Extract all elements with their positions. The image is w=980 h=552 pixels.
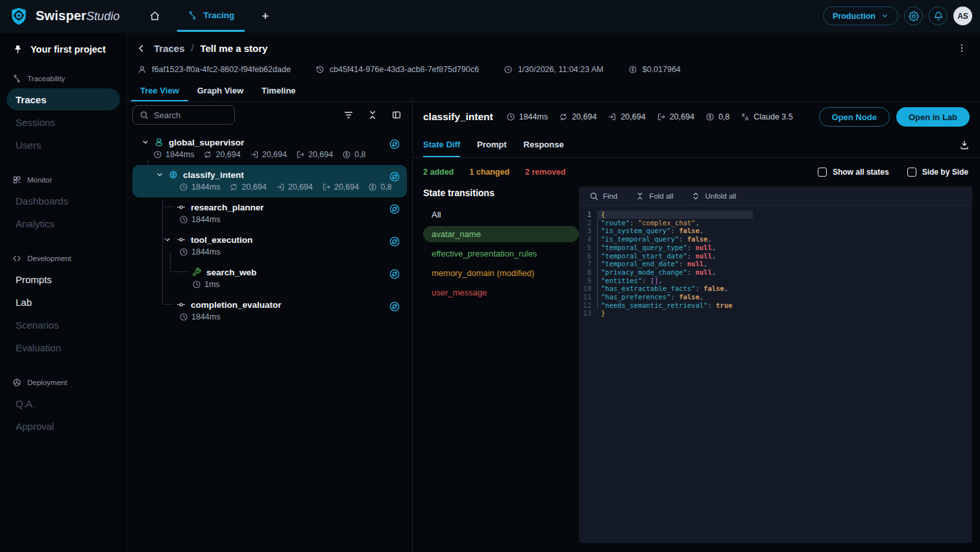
tracing-icon [188,10,197,20]
chevron-down-icon[interactable] [141,138,154,146]
tab-tracing[interactable]: Tracing [177,0,245,32]
sidebar-item-approval[interactable]: Approval [6,415,120,437]
diff-body: State transitions Allavatar_nameeffectiv… [413,182,980,552]
tree-node-tool-execution[interactable]: tool_execution 1844ms [132,230,407,262]
bell-icon [933,11,944,21]
state-transitions-title: State transitions [423,188,579,198]
code-tool-unfold-all[interactable]: Unfold all [691,192,736,201]
brand-suffix: Studio [86,10,119,23]
add-tab-button[interactable]: + [251,9,279,23]
sidebar-item-prompts[interactable]: Prompts [6,268,120,290]
sidebar-item-lab[interactable]: Lab [6,291,120,313]
back-icon[interactable] [136,44,146,53]
top-nav: Tracing + [141,0,279,32]
sidebar-item-analytics[interactable]: Analytics [6,212,120,234]
sidebar-section-monitor: Monitor DashboardsAnalytics [6,175,120,234]
search-icon [589,192,598,201]
sidebar-item-users[interactable]: Users [6,134,120,156]
breadcrumb-parent[interactable]: Traces [154,43,185,54]
code-tool-find[interactable]: Find [589,192,617,201]
app-logo-icon [9,6,29,27]
diff-count-added: 2 added [423,168,454,177]
environment-selector[interactable]: Production [823,6,898,25]
tree-node-research-planner[interactable]: research_planner 1844ms [132,197,407,230]
tree-pane: global_supervisor 1844ms20,69420,69420,6… [127,99,413,552]
rerun-icon[interactable] [389,268,400,282]
open-node-button[interactable]: Open Node [819,107,890,127]
collapse-all-icon[interactable] [367,110,378,120]
chevron-down-icon[interactable] [164,236,177,244]
rerun-icon[interactable] [389,301,400,315]
meta-chip: $0.017964 [628,65,681,74]
tree-node-global-supervisor[interactable]: global_supervisor 1844ms20,69420,69420,6… [132,132,407,165]
cost-icon [368,182,377,192]
detail-tab-response[interactable]: Response [524,132,564,157]
line-number: 13 [579,309,597,318]
tree-node-stats: 1844ms [132,215,407,224]
stat-input: 20,694 [276,182,313,192]
toggle-show-all-states[interactable]: Show all states [818,168,889,177]
notifications-button[interactable] [929,6,948,25]
detail-tab-prompt[interactable]: Prompt [477,132,507,157]
open-in-lab-button[interactable]: Open in Lab [896,107,970,127]
breadcrumb: Traces / Tell me a story [127,32,980,56]
code-tool-fold-all[interactable]: Fold all [635,192,673,201]
diff-count-removed: 2 removed [525,168,566,177]
line-number: 5 [579,244,597,252]
user-avatar[interactable]: AS [953,6,972,25]
detail-tab-state-diff[interactable]: State Diff [423,132,460,157]
project-name: Your first project [31,44,106,55]
transition-user-message[interactable]: user_message [423,284,579,301]
stat-input: 20,694 [607,112,645,121]
transition-effective-presentation-rules[interactable]: effective_presentation_rules [423,245,579,262]
checkbox[interactable] [907,168,916,177]
sidebar-item-traces[interactable]: Traces [6,88,120,110]
tokens-icon [559,112,568,121]
stat-tokens: 20,694 [559,112,596,121]
rerun-icon[interactable] [389,236,400,250]
search-box[interactable] [132,105,235,125]
tree-node-stats: 1844ms [132,312,407,321]
transition-memory-domain-modified[interactable]: memory_domain (modified) [423,265,579,281]
kebab-menu-icon[interactable] [957,43,967,53]
cost-icon [342,150,351,159]
code-editor: 1{2"route": "complex_chat",3"is_system_q… [579,206,972,543]
checkbox[interactable] [818,168,827,177]
cost-icon [628,65,637,74]
chevron-down-icon[interactable] [156,171,169,179]
project-row: Your first project [6,44,120,55]
rerun-icon[interactable] [389,171,400,185]
sidebar-item-sessions[interactable]: Sessions [6,111,120,133]
stat-output: 20,694 [657,112,694,121]
download-icon[interactable] [959,140,970,150]
tree-node-classify-intent[interactable]: classify_intent 1844ms20,69420,69420,694… [132,165,407,197]
toggle-side-by-side[interactable]: Side by Side [907,168,968,177]
panel-layout-icon[interactable] [391,110,402,120]
transition-avatar-name[interactable]: avatar_name [423,226,579,242]
stat-clock: 1844ms [506,112,548,121]
sidebar-item-scenarios[interactable]: Scenarios [6,314,120,336]
sidebar-item-dashboards[interactable]: Dashboards [6,190,120,212]
clock-icon [179,182,188,192]
code-icon [12,254,21,263]
tree-node-name: research_planner [191,203,264,212]
tree-node-search-web[interactable]: search_web 1ms [132,262,407,295]
tree-node-name: search_web [206,268,256,277]
tokens-icon [203,150,212,159]
home-icon[interactable] [141,10,168,21]
rerun-icon[interactable] [389,138,400,153]
stat-clock: 1844ms [179,247,220,257]
sidebar-item-evaluation[interactable]: Evaluation [6,336,120,358]
output-icon [322,182,331,192]
transition-all[interactable]: All [423,207,579,223]
sidebar-item-q-a[interactable]: Q.A. [6,392,120,414]
settings-button[interactable] [904,6,923,25]
meta-chip: cb45f414-976e-43d3-acb8-7ef875d790c6 [315,65,479,74]
filter-icon[interactable] [343,110,354,120]
rerun-icon[interactable] [389,203,400,218]
tree-tools [343,110,407,120]
tree-node-completion-evaluator[interactable]: completion_evaluator 1844ms [132,295,407,327]
meta-chip: f6af1523-ff0a-4fc2-8602-f94feb62dade [138,65,291,74]
node-icon [177,300,191,309]
search-input[interactable] [154,110,228,120]
